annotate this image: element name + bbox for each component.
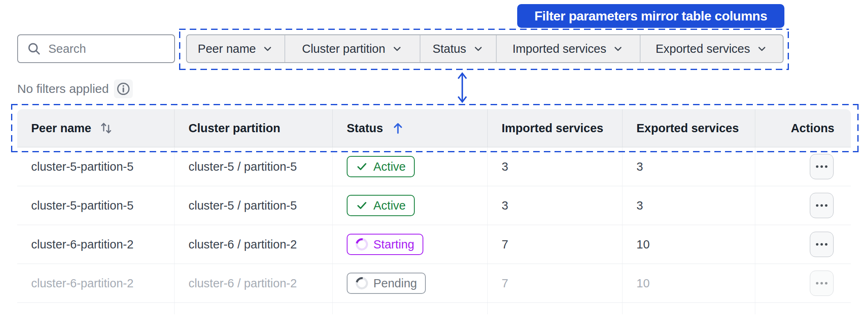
filter-chip-label: Status xyxy=(432,42,466,56)
cell-imported-services: 7 xyxy=(488,264,623,302)
cell-status: Active xyxy=(333,147,488,186)
table-row-clipped xyxy=(17,303,851,314)
page: Filter parameters mirror table columns P… xyxy=(0,0,868,334)
table-row: cluster-6-partition-2 cluster-6 / partit… xyxy=(17,225,851,264)
filter-chip-label: Imported services xyxy=(513,42,607,56)
sort-icon xyxy=(99,121,114,135)
row-actions-button[interactable] xyxy=(810,232,834,257)
chevron-down-icon xyxy=(391,43,403,54)
table-row: cluster-5-partition-5 cluster-5 / partit… xyxy=(17,147,851,186)
cell-cluster-partition: cluster-5 / partition-5 xyxy=(175,147,333,186)
filter-chip-label: Exported services xyxy=(656,42,750,56)
column-label: Imported services xyxy=(502,122,603,135)
filter-chip-label: Cluster partition xyxy=(302,42,385,56)
column-header-imported-services[interactable]: Imported services xyxy=(488,109,623,147)
search-box xyxy=(17,34,175,63)
cell-peer-name: cluster-5-partition-5 xyxy=(17,186,175,225)
column-header-peer-name[interactable]: Peer name xyxy=(17,109,175,147)
cell-empty xyxy=(333,303,488,314)
cell-empty xyxy=(17,303,175,314)
column-header-cluster-partition[interactable]: Cluster partition xyxy=(175,109,333,147)
annotation-banner: Filter parameters mirror table columns xyxy=(517,4,784,28)
cell-status: Pending xyxy=(333,264,488,302)
column-header-actions: Actions xyxy=(755,109,851,147)
status-badge: Pending xyxy=(347,273,426,294)
filter-bar: Peer name Cluster partition Status Impor… xyxy=(186,34,784,63)
cell-empty xyxy=(623,303,755,314)
chevron-down-icon xyxy=(612,43,624,54)
cell-imported-services: 3 xyxy=(488,147,623,186)
filters-status: No filters applied xyxy=(17,79,133,98)
filter-chip-peer-name[interactable]: Peer name xyxy=(187,35,284,62)
column-label: Cluster partition xyxy=(189,122,280,135)
status-badge: Active xyxy=(347,156,415,177)
chevron-down-icon xyxy=(473,43,484,54)
peers-table: Peer name Cluster partition Status Impor… xyxy=(17,109,851,314)
cell-cluster-partition: cluster-6 / partition-2 xyxy=(175,264,333,302)
row-actions-button[interactable] xyxy=(810,271,834,296)
status-badge: Starting xyxy=(347,234,423,255)
cell-empty xyxy=(488,303,623,314)
cell-actions xyxy=(755,264,851,302)
status-badge: Active xyxy=(347,195,415,216)
search-input[interactable] xyxy=(48,42,166,56)
cell-exported-services: 3 xyxy=(623,186,755,225)
cell-actions xyxy=(755,186,851,225)
cell-actions xyxy=(755,147,851,186)
check-icon xyxy=(356,160,368,173)
table-row: cluster-5-partition-5 cluster-5 / partit… xyxy=(17,186,851,225)
search-icon xyxy=(26,41,42,56)
filter-chip-imported-services[interactable]: Imported services xyxy=(496,35,640,62)
cell-status: Starting xyxy=(333,225,488,264)
cell-imported-services: 7 xyxy=(488,225,623,264)
table-row: cluster-6-partition-2 cluster-6 / partit… xyxy=(17,264,851,303)
filter-chip-exported-services[interactable]: Exported services xyxy=(640,35,783,62)
column-header-exported-services[interactable]: Exported services xyxy=(623,109,755,147)
filter-chip-label: Peer name xyxy=(198,42,256,56)
spinner-icon xyxy=(353,275,370,292)
cell-empty xyxy=(755,303,851,314)
cell-actions xyxy=(755,225,851,264)
status-label: Pending xyxy=(373,277,417,290)
check-icon xyxy=(356,199,368,212)
table-header: Peer name Cluster partition Status Impor… xyxy=(17,109,851,147)
cell-cluster-partition: cluster-5 / partition-5 xyxy=(175,186,333,225)
info-icon[interactable] xyxy=(114,79,133,98)
column-label: Exported services xyxy=(636,122,739,135)
cell-status: Active xyxy=(333,186,488,225)
cell-exported-services: 10 xyxy=(623,264,755,302)
status-label: Starting xyxy=(373,238,414,251)
spinner-icon xyxy=(353,236,370,253)
column-label: Status xyxy=(347,122,383,135)
filter-chip-cluster-partition[interactable]: Cluster partition xyxy=(284,35,420,62)
row-actions-button[interactable] xyxy=(810,193,834,218)
column-header-status[interactable]: Status xyxy=(333,109,488,147)
cell-imported-services: 3 xyxy=(488,186,623,225)
filters-status-text: No filters applied xyxy=(17,82,109,96)
column-label: Peer name xyxy=(31,122,91,135)
row-actions-button[interactable] xyxy=(810,154,834,179)
annotation-arrow-icon xyxy=(453,71,471,104)
cell-peer-name: cluster-5-partition-5 xyxy=(17,147,175,186)
cell-exported-services: 10 xyxy=(623,225,755,264)
cell-exported-services: 3 xyxy=(623,147,755,186)
cell-peer-name: cluster-6-partition-2 xyxy=(17,264,175,302)
filter-chip-status[interactable]: Status xyxy=(420,35,496,62)
chevron-down-icon xyxy=(756,43,768,54)
status-label: Active xyxy=(373,199,406,212)
cell-peer-name: cluster-6-partition-2 xyxy=(17,225,175,264)
cell-cluster-partition: cluster-6 / partition-2 xyxy=(175,225,333,264)
column-label: Actions xyxy=(791,122,834,135)
sort-asc-icon xyxy=(391,121,405,135)
cell-empty xyxy=(175,303,333,314)
chevron-down-icon xyxy=(262,43,273,54)
status-label: Active xyxy=(373,160,406,174)
